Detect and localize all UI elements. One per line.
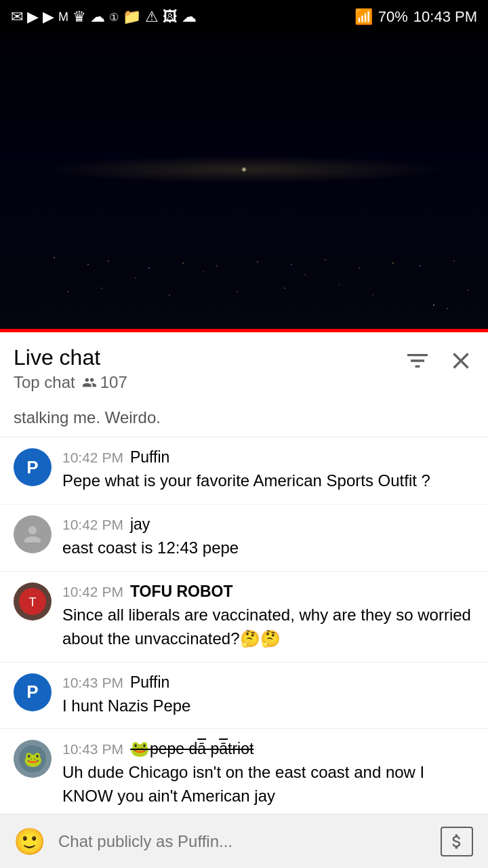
message-text: Uh dude Chicago isn't on the east coast … bbox=[62, 761, 474, 808]
message-author: jay bbox=[130, 515, 150, 534]
message-author: Puffin bbox=[130, 448, 169, 467]
battery-text: 70% bbox=[378, 8, 408, 26]
chat-message: 🐸 10:43 PM 🐸pepe dā pātriot Uh dude Chic… bbox=[0, 729, 488, 820]
chat-header: Live chat Top chat 107 bbox=[0, 332, 488, 392]
pepe-avatar-icon: 🐸 bbox=[19, 745, 46, 772]
chat-input-area: 🙂 bbox=[0, 814, 488, 868]
message-meta: 10:42 PM jay bbox=[62, 515, 474, 534]
message-meta: 10:43 PM Puffin bbox=[62, 673, 474, 692]
image-icon: 🖼 bbox=[163, 8, 178, 26]
viewers-icon bbox=[82, 375, 97, 390]
chat-close-button[interactable] bbox=[447, 347, 474, 374]
chat-messages-list: stalking me. Weirdo. P 10:42 PM Puffin P… bbox=[0, 399, 488, 868]
message-content: 10:42 PM Puffin Pepe what is your favori… bbox=[62, 448, 474, 493]
message-time: 10:42 PM bbox=[62, 584, 123, 600]
user-silhouette-icon bbox=[20, 522, 45, 547]
youtube-icon2: ▶ bbox=[43, 8, 54, 26]
chat-message: 10:42 PM jay east coast is 12:43 pepe bbox=[0, 505, 488, 572]
status-bar: ✉ ▶ ▶ M ♛ ☁ ① 📁 ⚠ 🖼 ☁ 📶 70% 10:43 PM bbox=[0, 0, 488, 34]
chat-input[interactable] bbox=[58, 823, 426, 860]
chat-header-left: Live chat Top chat 107 bbox=[14, 344, 127, 392]
top-chat-label[interactable]: Top chat bbox=[14, 373, 75, 392]
message-meta: 10:42 PM Puffin bbox=[62, 448, 474, 467]
avatar: P bbox=[14, 448, 52, 486]
emoji-button[interactable]: 🙂 bbox=[11, 823, 47, 860]
message-time: 10:42 PM bbox=[62, 450, 123, 466]
chat-message: P 10:42 PM Puffin Pepe what is your favo… bbox=[0, 437, 488, 505]
cloud2-icon: ☁ bbox=[182, 8, 197, 26]
message-author: TOFU ROBOT bbox=[130, 583, 233, 601]
message-time: 10:43 PM bbox=[62, 675, 123, 691]
message-content: 10:42 PM jay east coast is 12:43 pepe bbox=[62, 515, 474, 560]
chat-section: Live chat Top chat 107 bbox=[0, 332, 488, 868]
close-icon bbox=[447, 347, 474, 374]
send-superchat-button[interactable] bbox=[436, 823, 477, 860]
emoji-icon: 🙂 bbox=[14, 827, 45, 856]
video-content bbox=[0, 34, 488, 332]
avatar: P bbox=[14, 673, 52, 711]
message-icon: ✉ bbox=[11, 8, 23, 26]
message-content: 10:42 PM TOFU ROBOT Since all liberals a… bbox=[62, 583, 474, 651]
message-text: I hunt Nazis Pepe bbox=[62, 694, 474, 718]
superchat-icon bbox=[441, 827, 473, 856]
svg-text:🐸: 🐸 bbox=[24, 750, 43, 768]
chat-subtitle: Top chat 107 bbox=[14, 373, 127, 392]
viewer-count-container: 107 bbox=[82, 373, 127, 392]
chat-settings-button[interactable] bbox=[404, 347, 431, 374]
settings-icon bbox=[404, 347, 431, 374]
message-author: Puffin bbox=[130, 673, 169, 692]
truncated-text: stalking me. Weirdo. bbox=[14, 408, 161, 427]
chat-title: Live chat bbox=[14, 344, 127, 370]
status-right: 📶 70% 10:43 PM bbox=[354, 8, 477, 26]
tofu-avatar-icon: T bbox=[19, 588, 46, 615]
truncated-message: stalking me. Weirdo. bbox=[0, 399, 488, 437]
notification-icons: ✉ ▶ ▶ M ♛ ☁ ① 📁 ⚠ 🖼 ☁ bbox=[11, 8, 197, 26]
dollar-sign-icon bbox=[447, 832, 466, 851]
youtube-icon: ▶ bbox=[27, 8, 39, 26]
message-content: 10:43 PM Puffin I hunt Nazis Pepe bbox=[62, 673, 474, 718]
avatar: 🐸 bbox=[14, 740, 52, 778]
message-meta: 10:42 PM TOFU ROBOT bbox=[62, 583, 474, 601]
chat-message: P 10:43 PM Puffin I hunt Nazis Pepe bbox=[0, 663, 488, 730]
wifi-icon: 📶 bbox=[354, 8, 373, 26]
num-icon: ① bbox=[109, 11, 119, 24]
svg-text:T: T bbox=[29, 595, 37, 609]
time-text: 10:43 PM bbox=[413, 8, 477, 26]
video-progress-bar bbox=[0, 329, 488, 332]
m-icon: M bbox=[58, 10, 68, 24]
message-text: east coast is 12:43 pepe bbox=[62, 536, 474, 560]
message-time: 10:43 PM bbox=[62, 741, 123, 757]
avatar: T bbox=[14, 583, 52, 620]
message-meta: 10:43 PM 🐸pepe dā pātriot bbox=[62, 740, 474, 758]
message-text: Since all liberals are vaccinated, why a… bbox=[62, 604, 474, 651]
message-content: 10:43 PM 🐸pepe dā pātriot Uh dude Chicag… bbox=[62, 740, 474, 808]
cloud-icon: ☁ bbox=[90, 8, 105, 26]
chat-header-actions bbox=[404, 344, 474, 374]
chat-message: T 10:42 PM TOFU ROBOT Since all liberals… bbox=[0, 572, 488, 663]
folder-icon: 📁 bbox=[123, 8, 141, 26]
message-author: 🐸pepe dā pātriot bbox=[130, 740, 253, 758]
video-player[interactable] bbox=[0, 34, 488, 332]
crown-icon: ♛ bbox=[73, 8, 86, 26]
viewer-count: 107 bbox=[100, 373, 127, 392]
message-time: 10:42 PM bbox=[62, 517, 123, 533]
warn-icon: ⚠ bbox=[145, 8, 159, 26]
avatar bbox=[14, 515, 52, 553]
message-text: Pepe what is your favorite American Spor… bbox=[62, 469, 474, 493]
